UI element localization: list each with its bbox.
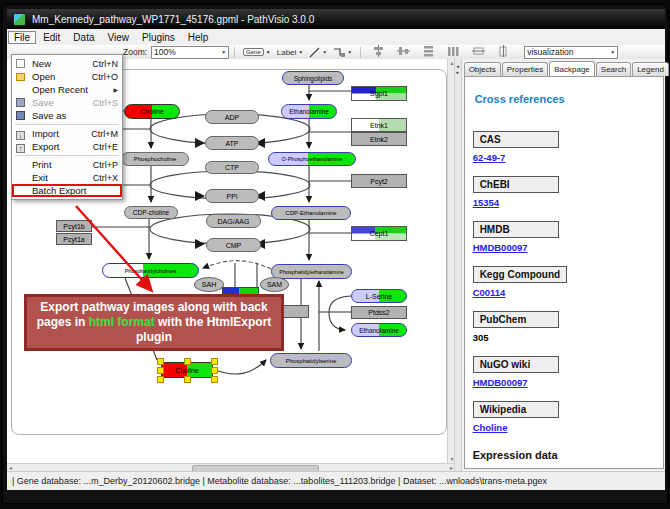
align-center-y-button[interactable] (397, 45, 410, 59)
node-label: CDP-Ethanolamine (285, 210, 336, 216)
xref-link[interactable]: C00114 (473, 287, 653, 298)
xref-link[interactable]: HMDB00097 (473, 242, 653, 253)
file-menu-item-save[interactable]: SaveCtrl+S (12, 96, 122, 109)
selection-handle[interactable] (211, 367, 218, 374)
selection-handle[interactable] (157, 367, 164, 374)
menu-item-label: New (32, 58, 51, 69)
node-ctp[interactable]: CTP (205, 161, 259, 174)
menu-separator (15, 124, 119, 125)
distribute-horizontal-button[interactable] (447, 45, 460, 59)
tab-properties[interactable]: Properties (502, 62, 548, 76)
node-sgpl1[interactable]: Sgpl1 (351, 86, 407, 101)
node-sah[interactable]: SAH (194, 277, 224, 292)
node-pcyt2[interactable]: Pcyt2 (351, 174, 407, 188)
tab-legend[interactable]: Legend (632, 62, 669, 76)
line-tool-button[interactable]: ▼ (309, 47, 327, 58)
node-l-serine[interactable]: L-Serine (351, 289, 407, 303)
menu-edit[interactable]: Edit (37, 31, 66, 44)
connector-tool-button[interactable]: ▼ (333, 47, 352, 58)
node-atp[interactable]: ATP (205, 136, 259, 150)
menu-file[interactable]: File (8, 31, 36, 44)
save-as-icon (16, 111, 25, 120)
app-window: Mm_Kennedy_pathway_WP1771_45176.gpml - P… (7, 9, 665, 489)
node-ppi[interactable]: PPi (205, 189, 259, 203)
node-etnk1[interactable]: Etnk1 (351, 118, 407, 132)
file-menu-item-print[interactable]: PrintCtrl+P (12, 158, 122, 171)
file-menu-item-exit[interactable]: ExitCtrl+X (12, 171, 122, 184)
file-menu-item-import[interactable]: ↓ImportCtrl+M (12, 127, 122, 140)
node-cdp-choline[interactable]: CDP-choline (124, 206, 178, 219)
menu-view[interactable]: View (101, 31, 135, 44)
node-cdp-ethanolamine[interactable]: CDP-Ethanolamine (271, 206, 351, 220)
node-choline-top[interactable]: Choline (124, 104, 180, 119)
node-cmp[interactable]: CMP (206, 238, 261, 252)
node-cept1[interactable]: Cept1 (351, 226, 407, 241)
node-phosphocholine[interactable]: Phosphocholine (121, 152, 189, 166)
node-sam[interactable]: SAM (260, 277, 289, 292)
selection-handle[interactable] (157, 358, 164, 365)
chevron-down-icon: ▼ (217, 49, 226, 55)
xref-section-wikipedia: WikipediaCholine (473, 399, 653, 433)
xref-link[interactable]: Choline (473, 422, 653, 433)
menu-data[interactable]: Data (67, 31, 100, 44)
selection-handle[interactable] (184, 376, 191, 383)
node-phosphatidylethanolamine[interactable]: Phosphatidylethanolamine (271, 264, 352, 279)
file-menu-item-open-recent[interactable]: Open Recent▶ (12, 83, 122, 96)
title-bar[interactable]: Mm_Kennedy_pathway_WP1771_45176.gpml - P… (7, 9, 665, 29)
file-menu-item-new[interactable]: NewCtrl+N (12, 57, 122, 70)
common-height-button[interactable] (497, 45, 510, 59)
node-label: CTP (225, 164, 239, 171)
selection-handle[interactable] (211, 358, 218, 365)
visualization-value: visualization (527, 47, 573, 57)
node-pcyt1b[interactable]: Pcyt1b (56, 220, 92, 232)
common-width-button[interactable] (472, 45, 485, 59)
menu-item-label: Open (32, 71, 55, 82)
file-menu-item-save-as[interactable]: Save as (12, 109, 122, 122)
file-menu-item-open[interactable]: OpenCtrl+O (12, 70, 122, 83)
file-menu-item-batch-export[interactable]: Batch Export (12, 184, 122, 197)
toolbar-separator (234, 47, 235, 58)
menu-item-label: Import (32, 128, 59, 139)
xref-link[interactable]: HMDB00097 (473, 377, 653, 388)
tab-search[interactable]: Search (596, 62, 631, 76)
align-center-x-button[interactable] (372, 45, 385, 59)
xref-link[interactable]: 62-49-7 (473, 152, 653, 163)
chevron-down-icon: ▼ (322, 49, 327, 55)
node-sphingolipids[interactable]: Sphingolipids (282, 71, 344, 85)
node-etnk2[interactable]: Etnk2 (351, 132, 407, 146)
panel-splitter[interactable]: ◂▸ (454, 59, 462, 471)
node-dag-aag[interactable]: DAG/AAG (206, 214, 261, 228)
node-adp[interactable]: ADP (205, 110, 259, 124)
tab-backpage[interactable]: Backpage (549, 61, 595, 77)
xref-link[interactable]: 15354 (473, 197, 653, 208)
distribute-vertical-button[interactable] (422, 45, 435, 59)
node-phosphatidylserine[interactable]: Phosphatidylserine (270, 353, 352, 368)
tab-objects[interactable]: Objects (464, 62, 501, 76)
node-pcyt1a[interactable]: Pcyt1a (56, 233, 92, 245)
node-ptdss2[interactable]: Ptdss2 (351, 306, 407, 319)
selection-handle[interactable] (211, 376, 218, 383)
node-label: Choline (175, 367, 199, 374)
callout-highlight-text: html format (89, 315, 155, 329)
menu-item-label: Save (32, 97, 54, 108)
node-ethanolamine-bottom[interactable]: Ethanolamine (351, 323, 407, 337)
xref-source-box: Wikipedia (473, 401, 559, 418)
visualization-combobox[interactable]: visualization ▼ (524, 46, 618, 59)
datanode-template-button[interactable]: Gene ▼ (243, 48, 271, 56)
window-frame: Mm_Kennedy_pathway_WP1771_45176.gpml - P… (2, 4, 668, 504)
selection-handle[interactable] (157, 376, 164, 383)
submenu-arrow-icon: ▶ (113, 86, 118, 93)
file-menu-item-export[interactable]: ↑ExportCtrl+E (12, 140, 122, 153)
zoom-combobox[interactable]: 100% ▼ (151, 46, 229, 59)
file-menu: NewCtrl+NOpenCtrl+OOpen Recent▶SaveCtrl+… (11, 54, 123, 200)
label-tool-button[interactable]: Label ▼ (277, 48, 304, 57)
menu-item-label: Print (32, 159, 52, 170)
selection-handle[interactable] (184, 358, 191, 365)
node-ethanolamine-top[interactable]: Ethanolamine (281, 104, 337, 119)
node-phosphatidylcholines[interactable]: Phosphatidylcholines (102, 263, 199, 278)
node-o-phosphoethanolamine[interactable]: O-Phosphoethanolamine (268, 152, 356, 166)
menu-plugins[interactable]: Plugins (136, 31, 181, 44)
menu-help[interactable]: Help (182, 31, 215, 44)
splitter-collapse-icons[interactable]: ◂▸ (455, 63, 461, 75)
zoom-value: 100% (154, 47, 176, 57)
